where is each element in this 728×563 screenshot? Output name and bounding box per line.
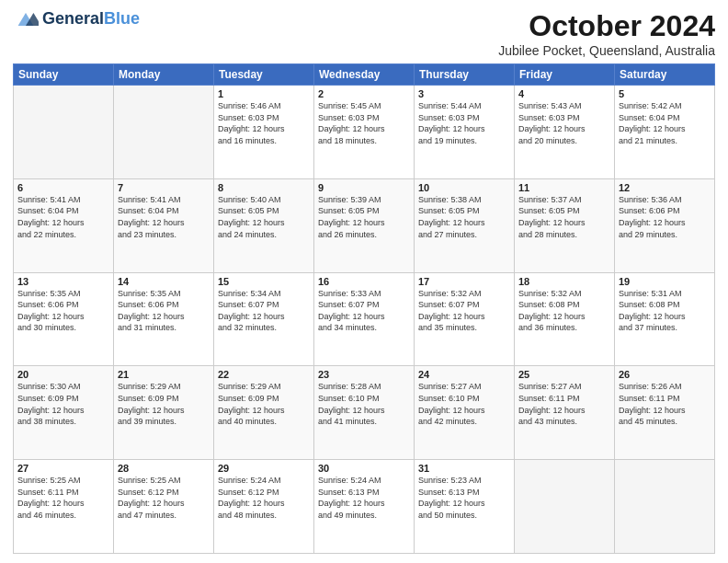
- day-info: Sunrise: 5:23 AM Sunset: 6:13 PM Dayligh…: [418, 475, 510, 521]
- day-number: 18: [518, 276, 610, 287]
- logo-text-general: General: [42, 9, 104, 28]
- day-number: 2: [318, 88, 410, 99]
- day-info: Sunrise: 5:38 AM Sunset: 6:05 PM Dayligh…: [418, 194, 510, 240]
- table-row: 1Sunrise: 5:46 AM Sunset: 6:03 PM Daylig…: [214, 86, 314, 179]
- title-area: October 2024 Jubilee Pocket, Queensland,…: [498, 9, 715, 58]
- calendar-week-row: 1Sunrise: 5:46 AM Sunset: 6:03 PM Daylig…: [14, 86, 715, 179]
- day-number: 21: [118, 369, 210, 380]
- calendar-table: Sunday Monday Tuesday Wednesday Thursday…: [13, 63, 715, 554]
- table-row: 30Sunrise: 5:24 AM Sunset: 6:13 PM Dayli…: [314, 460, 415, 554]
- day-number: 27: [17, 463, 109, 474]
- day-number: 5: [619, 88, 711, 99]
- day-number: 28: [118, 463, 210, 474]
- col-wednesday: Wednesday: [314, 64, 415, 86]
- day-info: Sunrise: 5:39 AM Sunset: 6:05 PM Dayligh…: [318, 194, 410, 240]
- table-row: 22Sunrise: 5:29 AM Sunset: 6:09 PM Dayli…: [214, 366, 314, 460]
- table-row: 20Sunrise: 5:30 AM Sunset: 6:09 PM Dayli…: [14, 366, 114, 460]
- calendar-week-row: 20Sunrise: 5:30 AM Sunset: 6:09 PM Dayli…: [14, 366, 715, 460]
- day-info: Sunrise: 5:33 AM Sunset: 6:07 PM Dayligh…: [318, 288, 410, 334]
- day-number: 10: [418, 182, 510, 193]
- table-row: 27Sunrise: 5:25 AM Sunset: 6:11 PM Dayli…: [14, 460, 114, 554]
- table-row: 23Sunrise: 5:28 AM Sunset: 6:10 PM Dayli…: [314, 366, 415, 460]
- month-title: October 2024: [498, 9, 715, 43]
- day-info: Sunrise: 5:40 AM Sunset: 6:05 PM Dayligh…: [218, 194, 310, 240]
- col-saturday: Saturday: [615, 64, 715, 86]
- logo: GeneralBlue: [13, 9, 140, 29]
- table-row: 2Sunrise: 5:45 AM Sunset: 6:03 PM Daylig…: [314, 86, 415, 179]
- col-tuesday: Tuesday: [214, 64, 314, 86]
- day-number: 30: [318, 463, 410, 474]
- col-friday: Friday: [515, 64, 615, 86]
- day-number: 3: [418, 88, 510, 99]
- table-row: 4Sunrise: 5:43 AM Sunset: 6:03 PM Daylig…: [515, 86, 615, 179]
- day-number: 22: [218, 369, 310, 380]
- day-number: 14: [118, 276, 210, 287]
- day-info: Sunrise: 5:27 AM Sunset: 6:10 PM Dayligh…: [418, 381, 510, 427]
- day-info: Sunrise: 5:29 AM Sunset: 6:09 PM Dayligh…: [118, 381, 210, 427]
- table-row: 31Sunrise: 5:23 AM Sunset: 6:13 PM Dayli…: [415, 460, 515, 554]
- day-number: 24: [418, 369, 510, 380]
- day-number: 29: [218, 463, 310, 474]
- table-row: 12Sunrise: 5:36 AM Sunset: 6:06 PM Dayli…: [615, 178, 715, 272]
- calendar-week-row: 6Sunrise: 5:41 AM Sunset: 6:04 PM Daylig…: [14, 178, 715, 272]
- day-number: 7: [118, 182, 210, 193]
- day-info: Sunrise: 5:44 AM Sunset: 6:03 PM Dayligh…: [418, 100, 510, 146]
- day-info: Sunrise: 5:24 AM Sunset: 6:13 PM Dayligh…: [318, 475, 410, 521]
- col-monday: Monday: [114, 64, 214, 86]
- table-row: [114, 86, 214, 179]
- logo-icon: [13, 10, 39, 29]
- day-info: Sunrise: 5:37 AM Sunset: 6:05 PM Dayligh…: [518, 194, 610, 240]
- day-info: Sunrise: 5:25 AM Sunset: 6:12 PM Dayligh…: [118, 475, 210, 521]
- table-row: 15Sunrise: 5:34 AM Sunset: 6:07 PM Dayli…: [214, 272, 314, 366]
- table-row: 19Sunrise: 5:31 AM Sunset: 6:08 PM Dayli…: [615, 272, 715, 366]
- table-row: 28Sunrise: 5:25 AM Sunset: 6:12 PM Dayli…: [114, 460, 214, 554]
- location: Jubilee Pocket, Queensland, Australia: [498, 43, 715, 58]
- day-number: 13: [17, 276, 109, 287]
- calendar-week-row: 27Sunrise: 5:25 AM Sunset: 6:11 PM Dayli…: [14, 460, 715, 554]
- col-sunday: Sunday: [14, 64, 114, 86]
- day-number: 31: [418, 463, 510, 474]
- table-row: 14Sunrise: 5:35 AM Sunset: 6:06 PM Dayli…: [114, 272, 214, 366]
- table-row: 11Sunrise: 5:37 AM Sunset: 6:05 PM Dayli…: [515, 178, 615, 272]
- table-row: [615, 460, 715, 554]
- day-info: Sunrise: 5:32 AM Sunset: 6:07 PM Dayligh…: [418, 288, 510, 334]
- table-row: 29Sunrise: 5:24 AM Sunset: 6:12 PM Dayli…: [214, 460, 314, 554]
- day-info: Sunrise: 5:43 AM Sunset: 6:03 PM Dayligh…: [518, 100, 610, 146]
- day-info: Sunrise: 5:30 AM Sunset: 6:09 PM Dayligh…: [17, 381, 109, 427]
- day-number: 1: [218, 88, 310, 99]
- table-row: 5Sunrise: 5:42 AM Sunset: 6:04 PM Daylig…: [615, 86, 715, 179]
- day-info: Sunrise: 5:42 AM Sunset: 6:04 PM Dayligh…: [619, 100, 711, 146]
- day-info: Sunrise: 5:46 AM Sunset: 6:03 PM Dayligh…: [218, 100, 310, 146]
- logo-text-blue: Blue: [104, 9, 140, 28]
- day-number: 15: [218, 276, 310, 287]
- day-info: Sunrise: 5:35 AM Sunset: 6:06 PM Dayligh…: [118, 288, 210, 334]
- page: GeneralBlue October 2024 Jubilee Pocket,…: [0, 0, 728, 563]
- day-number: 9: [318, 182, 410, 193]
- day-number: 11: [518, 182, 610, 193]
- day-number: 17: [418, 276, 510, 287]
- day-info: Sunrise: 5:35 AM Sunset: 6:06 PM Dayligh…: [17, 288, 109, 334]
- table-row: 26Sunrise: 5:26 AM Sunset: 6:11 PM Dayli…: [615, 366, 715, 460]
- table-row: 8Sunrise: 5:40 AM Sunset: 6:05 PM Daylig…: [214, 178, 314, 272]
- day-info: Sunrise: 5:36 AM Sunset: 6:06 PM Dayligh…: [619, 194, 711, 240]
- day-info: Sunrise: 5:32 AM Sunset: 6:08 PM Dayligh…: [518, 288, 610, 334]
- table-row: 3Sunrise: 5:44 AM Sunset: 6:03 PM Daylig…: [415, 86, 515, 179]
- table-row: 9Sunrise: 5:39 AM Sunset: 6:05 PM Daylig…: [314, 178, 415, 272]
- day-number: 4: [518, 88, 610, 99]
- day-info: Sunrise: 5:27 AM Sunset: 6:11 PM Dayligh…: [518, 381, 610, 427]
- table-row: 13Sunrise: 5:35 AM Sunset: 6:06 PM Dayli…: [14, 272, 114, 366]
- table-row: 24Sunrise: 5:27 AM Sunset: 6:10 PM Dayli…: [415, 366, 515, 460]
- table-row: 6Sunrise: 5:41 AM Sunset: 6:04 PM Daylig…: [14, 178, 114, 272]
- calendar-header-row: Sunday Monday Tuesday Wednesday Thursday…: [14, 64, 715, 86]
- day-number: 25: [518, 369, 610, 380]
- day-info: Sunrise: 5:29 AM Sunset: 6:09 PM Dayligh…: [218, 381, 310, 427]
- day-info: Sunrise: 5:34 AM Sunset: 6:07 PM Dayligh…: [218, 288, 310, 334]
- col-thursday: Thursday: [415, 64, 515, 86]
- day-number: 8: [218, 182, 310, 193]
- table-row: 16Sunrise: 5:33 AM Sunset: 6:07 PM Dayli…: [314, 272, 415, 366]
- day-number: 19: [619, 276, 711, 287]
- table-row: 25Sunrise: 5:27 AM Sunset: 6:11 PM Dayli…: [515, 366, 615, 460]
- table-row: 7Sunrise: 5:41 AM Sunset: 6:04 PM Daylig…: [114, 178, 214, 272]
- table-row: 10Sunrise: 5:38 AM Sunset: 6:05 PM Dayli…: [415, 178, 515, 272]
- day-info: Sunrise: 5:28 AM Sunset: 6:10 PM Dayligh…: [318, 381, 410, 427]
